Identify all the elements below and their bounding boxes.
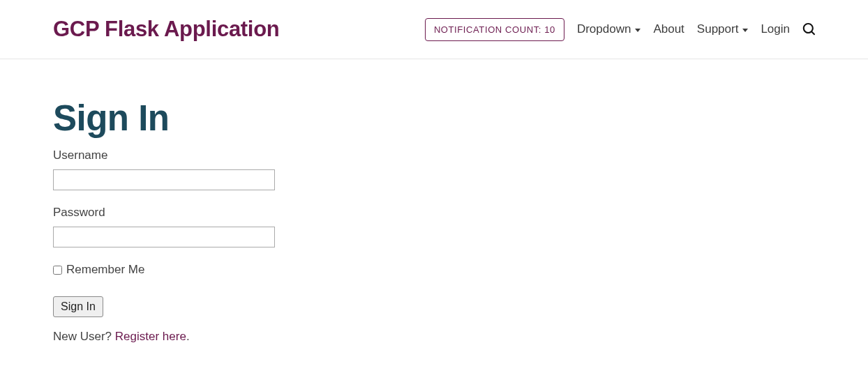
nav-right-group: NOTIFICATION COUNT: 10 Dropdown About Su… — [425, 18, 815, 41]
period: . — [186, 330, 190, 343]
signin-form: Username Password Remember Me Sign In — [53, 148, 815, 330]
caret-down-icon — [742, 29, 748, 32]
register-link[interactable]: Register here — [115, 330, 186, 343]
navbar: GCP Flask Application NOTIFICATION COUNT… — [0, 0, 868, 59]
main-content: Sign In Username Password Remember Me Si… — [0, 98, 868, 344]
caret-down-icon — [635, 29, 641, 32]
nav-support[interactable]: Support — [697, 22, 749, 36]
username-group: Username — [53, 148, 815, 190]
new-user-prompt: New User? Register here. — [53, 330, 815, 344]
remember-me-label: Remember Me — [66, 263, 144, 277]
new-user-text: New User? — [53, 330, 115, 343]
nav-dropdown-label: Dropdown — [577, 22, 631, 36]
remember-me-group: Remember Me — [53, 263, 815, 277]
page-title: Sign In — [53, 98, 815, 139]
remember-me-checkbox[interactable] — [53, 266, 62, 275]
password-group: Password — [53, 206, 815, 247]
password-input[interactable] — [53, 227, 275, 247]
nav-dropdown[interactable]: Dropdown — [577, 22, 641, 36]
nav-support-label: Support — [697, 22, 739, 36]
nav-about[interactable]: About — [653, 22, 684, 36]
notification-count-button[interactable]: NOTIFICATION COUNT: 10 — [425, 18, 564, 41]
password-label: Password — [53, 206, 815, 220]
username-input[interactable] — [53, 169, 275, 190]
signin-button[interactable]: Sign In — [53, 296, 103, 317]
search-icon[interactable] — [802, 23, 815, 36]
username-label: Username — [53, 148, 815, 162]
brand-link[interactable]: GCP Flask Application — [53, 17, 279, 42]
nav-login[interactable]: Login — [761, 22, 790, 36]
